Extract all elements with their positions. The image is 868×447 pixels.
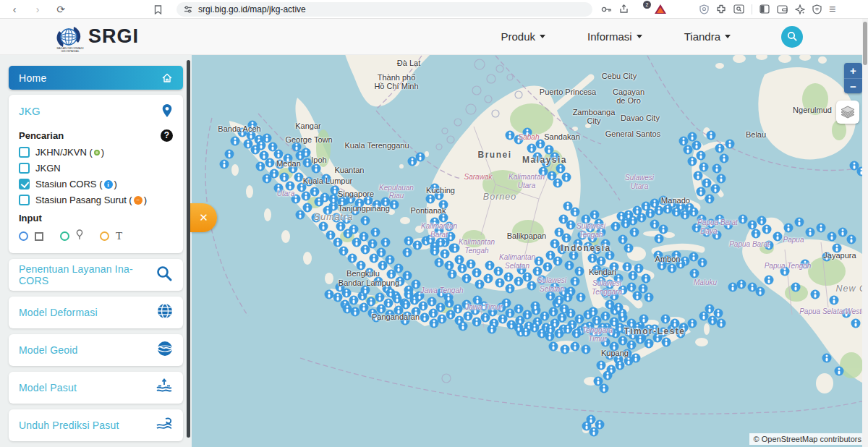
station-marker[interactable]	[445, 222, 454, 231]
circle-blue-tool-icon[interactable]	[19, 231, 28, 241]
station-marker[interactable]	[550, 153, 560, 162]
station-marker[interactable]	[692, 141, 702, 150]
station-marker[interactable]	[611, 222, 621, 231]
station-marker[interactable]	[582, 345, 591, 354]
station-marker[interactable]	[527, 281, 537, 291]
station-marker[interactable]	[558, 245, 567, 255]
station-marker[interactable]	[549, 342, 558, 352]
station-marker[interactable]	[616, 361, 625, 370]
circle-green-tool-icon[interactable]	[60, 231, 69, 241]
station-marker[interactable]	[605, 251, 615, 260]
station-marker[interactable]	[472, 268, 482, 278]
station-marker[interactable]	[257, 141, 266, 150]
station-marker[interactable]	[467, 260, 476, 269]
station-marker[interactable]	[601, 268, 610, 278]
station-marker[interactable]	[614, 303, 624, 312]
sidebar-scrollbar[interactable]	[187, 60, 190, 438]
station-marker[interactable]	[756, 287, 765, 297]
leo-ai-icon[interactable]	[795, 4, 805, 14]
station-marker[interactable]	[336, 283, 345, 292]
station-marker[interactable]	[624, 244, 634, 253]
station-marker[interactable]	[830, 296, 839, 305]
station-marker[interactable]	[702, 179, 712, 188]
station-marker[interactable]	[462, 274, 472, 284]
station-marker[interactable]	[446, 232, 456, 242]
station-marker[interactable]	[676, 260, 686, 269]
station-marker[interactable]	[349, 225, 359, 234]
station-marker[interactable]	[582, 422, 592, 431]
station-marker[interactable]	[618, 235, 628, 244]
forward-icon[interactable]: ›	[29, 1, 46, 18]
header-search-button[interactable]	[781, 26, 803, 48]
station-marker[interactable]	[451, 244, 460, 253]
station-marker[interactable]	[571, 342, 580, 352]
station-marker[interactable]	[702, 228, 712, 237]
station-marker[interactable]	[472, 318, 482, 327]
square-tool-icon[interactable]	[35, 232, 43, 241]
station-marker[interactable]	[504, 273, 514, 282]
station-marker[interactable]	[726, 140, 735, 149]
station-marker[interactable]	[659, 225, 668, 234]
station-marker[interactable]	[454, 305, 463, 314]
station-marker[interactable]	[851, 319, 861, 328]
checkbox-row-jkgn[interactable]: JKGN	[19, 163, 173, 174]
station-marker[interactable]	[439, 200, 448, 210]
station-marker[interactable]	[689, 252, 699, 262]
station-marker[interactable]	[720, 154, 729, 163]
station-marker[interactable]	[601, 312, 610, 321]
checkbox[interactable]	[19, 195, 30, 205]
layers-button[interactable]	[836, 101, 859, 124]
station-marker[interactable]	[773, 232, 783, 242]
station-marker[interactable]	[386, 289, 396, 298]
station-marker[interactable]	[502, 299, 511, 308]
station-marker[interactable]	[589, 307, 598, 317]
station-marker[interactable]	[441, 250, 450, 259]
station-marker[interactable]	[413, 241, 422, 250]
station-marker[interactable]	[688, 319, 697, 328]
station-marker[interactable]	[436, 238, 446, 247]
station-marker[interactable]	[707, 219, 716, 229]
station-marker[interactable]	[305, 177, 314, 187]
checkbox[interactable]	[19, 147, 30, 158]
station-marker[interactable]	[597, 228, 606, 237]
station-marker[interactable]	[426, 235, 435, 244]
station-marker[interactable]	[762, 225, 772, 234]
extensions-icon[interactable]	[716, 4, 726, 14]
station-marker[interactable]	[784, 224, 793, 233]
help-icon[interactable]: ?	[161, 129, 173, 142]
station-marker[interactable]	[555, 329, 564, 339]
station-marker[interactable]	[359, 232, 369, 242]
station-marker[interactable]	[523, 310, 532, 320]
circle-orange-tool-icon[interactable]	[100, 231, 109, 241]
station-marker[interactable]	[697, 187, 706, 197]
station-marker[interactable]	[624, 357, 634, 366]
reload-icon[interactable]: ⟳	[52, 1, 69, 18]
station-marker[interactable]	[546, 291, 556, 301]
station-marker[interactable]	[367, 297, 376, 307]
station-marker[interactable]	[430, 184, 440, 193]
station-marker[interactable]	[679, 323, 689, 333]
station-marker[interactable]	[368, 239, 378, 249]
station-marker[interactable]	[575, 267, 584, 276]
key-icon[interactable]	[601, 5, 612, 14]
station-marker[interactable]	[576, 293, 586, 302]
station-marker[interactable]	[705, 195, 715, 204]
nav-item-produk[interactable]: Produk	[501, 30, 545, 43]
station-marker[interactable]	[430, 319, 439, 328]
station-marker[interactable]	[801, 260, 810, 269]
station-marker[interactable]	[563, 293, 573, 302]
station-marker[interactable]	[231, 137, 240, 146]
station-marker[interactable]	[365, 268, 375, 278]
station-marker[interactable]	[448, 270, 457, 279]
station-marker[interactable]	[639, 315, 649, 324]
station-marker[interactable]	[439, 213, 448, 223]
station-marker[interactable]	[488, 307, 498, 317]
station-marker[interactable]	[694, 171, 703, 181]
station-marker[interactable]	[655, 206, 664, 216]
station-marker[interactable]	[578, 231, 587, 240]
station-marker[interactable]	[302, 148, 311, 158]
map-attribution[interactable]: © OpenStreetMap contributors.	[749, 433, 868, 445]
station-marker[interactable]	[556, 164, 566, 174]
station-marker[interactable]	[412, 280, 421, 289]
station-marker[interactable]	[494, 267, 503, 276]
